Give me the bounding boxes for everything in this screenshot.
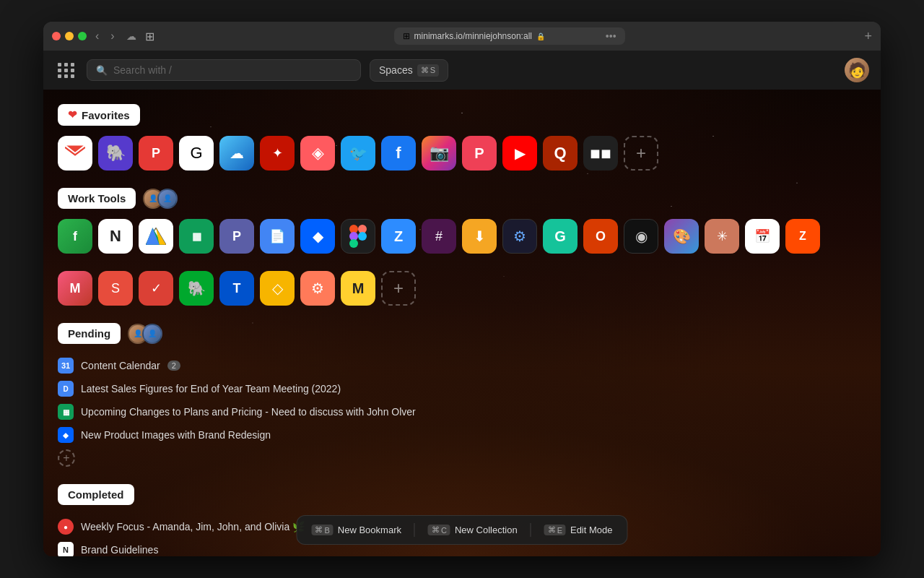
app-icon-wunderbucket[interactable]: ⚙ [502,219,537,254]
pending-item-2[interactable]: D Latest Sales Figures for End of Year T… [58,377,866,400]
app-icon-pcloud[interactable]: P [219,219,254,254]
pending-avatar-2: 👤 [142,324,162,344]
nav-forward-icon[interactable]: › [108,28,117,44]
spaces-button[interactable]: Spaces ⌘ S [370,59,448,82]
new-collection-button[interactable]: ⌘ C New Collection [419,520,526,540]
s-key: S [430,66,435,74]
app-icon-todoist[interactable]: ✓ [139,271,173,306]
app-icon-gdocs[interactable]: 📄 [260,219,295,254]
url-text: minimarks.io/minniejohnson:all [414,31,532,41]
toolbar: 🔍 Search with / Spaces ⌘ S 🧑 [43,51,881,90]
pending-item-3-icon: ▦ [58,404,74,420]
grid-apps-icon[interactable]: ⊞ [145,30,154,43]
app-icon-figma[interactable] [341,219,375,254]
app-icon-hubspot[interactable]: ⚙ [300,271,335,306]
work-tools-avatar-2: 👤 [157,189,178,209]
app-icon-gdrive[interactable] [139,219,173,254]
app-icon-evernote[interactable]: 🐘 [179,271,214,306]
app-icon-creativereview[interactable]: ◉ [624,219,658,254]
pending-label[interactable]: Pending [58,323,121,344]
pending-item-3[interactable]: ▦ Upcoming Changes to Plans and Pricing … [58,400,866,423]
app-icon-airbnb[interactable]: ◈ [300,136,335,171]
app-icon-downie[interactable]: ⬇ [462,219,497,254]
lock-icon: 🔒 [536,33,545,40]
bottom-toolbar: ⌘ B New Bookmark ⌘ C New Collection ⌘ E [296,515,627,545]
pending-item-4-icon: ◆ [58,427,74,443]
edit-mode-shortcut: ⌘ E [544,525,566,535]
app-icon-yelp[interactable]: ✦ [260,136,295,171]
app-icon-twitter[interactable]: 🐦 [341,136,375,171]
app-icon-letterboxd[interactable]: ◼◼ [583,136,618,171]
address-bar[interactable]: ⊞ minimarks.io/minniejohnson:all 🔒 ••• [394,27,625,45]
app-icon-miro[interactable]: M [341,271,375,306]
add-favorites-button[interactable]: + [624,136,658,171]
app-icon-superhuman[interactable]: S [98,271,133,306]
work-tools-row2: M S ✓ 🐘 T ◇ [58,271,866,306]
toolbar-divider-2 [531,523,531,537]
add-work-tools-button[interactable]: + [381,271,416,306]
app-icon-pocketnow[interactable]: P [139,136,173,171]
app-icon-paletter[interactable]: 🎨 [664,219,699,254]
traffic-light-green[interactable] [78,32,87,40]
app-icon-gsheets[interactable]: ▦ [179,219,214,254]
app-icon-zapier[interactable]: Z [785,219,820,254]
work-tools-text: Work Tools [68,192,126,204]
avatar[interactable]: 🧑 [845,58,869,82]
app-icon-feedly[interactable]: f [58,219,92,254]
app-icon-quora[interactable]: Q [543,136,578,171]
app-icon-notion[interactable]: N [98,219,133,254]
search-placeholder-text: Search with / [113,64,172,76]
pending-item-3-text: Upcoming Changes to Plans and Pricing - … [81,406,416,418]
app-icon-youtube[interactable]: ▶ [502,136,537,171]
new-tab-button[interactable]: + [864,29,872,44]
app-icon-trello[interactable]: T [219,271,254,306]
c-key: C [441,526,447,535]
pending-item-4[interactable]: ◆ New Product Images with Brand Redesign [58,423,866,447]
e-key: E [557,526,562,535]
work-tools-label[interactable]: Work Tools [58,188,136,209]
title-bar: ‹ › ☁ ⊞ ⊞ minimarks.io/minniejohnson:all… [43,22,881,51]
nav-back-icon[interactable]: ‹ [92,28,102,44]
app-icon-grammarly[interactable]: G [543,219,578,254]
address-menu-icon[interactable]: ••• [606,30,616,42]
app-icon-mastodon[interactable]: 🐘 [98,136,133,171]
app-icon-pocket[interactable]: P [462,136,497,171]
app-icon-gmail[interactable] [58,136,92,171]
app-icon-anthropic[interactable]: ✳ [705,219,739,254]
apps-grid-icon[interactable] [55,60,78,81]
svg-rect-7 [349,239,358,248]
app-icon-dropbox[interactable]: ◆ [300,219,335,254]
new-bookmark-button[interactable]: ⌘ B New Bookmark [302,520,409,540]
spaces-shortcut-badge: ⌘ S [417,64,439,77]
favorites-label[interactable]: ❤ Favorites [58,104,140,126]
new-collection-shortcut: ⌘ C [428,525,450,535]
app-icon-msoffice[interactable]: O [583,219,618,254]
completed-label[interactable]: Completed [58,484,134,505]
completed-header: Completed [58,484,866,505]
favorites-icons: 🐘 P G ☁ ✦ [58,136,866,171]
app-icon-slack[interactable]: # [422,219,456,254]
search-bar[interactable]: 🔍 Search with / [87,59,361,81]
edit-mode-label: Edit Mode [570,525,613,535]
app-icon-gcalendar[interactable]: 📅 [745,219,780,254]
edit-mode-button[interactable]: ⌘ E Edit Mode [536,520,622,540]
pending-avatars: 👤 👤 [128,324,162,344]
traffic-light-red[interactable] [52,32,61,40]
pending-item-1[interactable]: 31 Content Calendar 2 [58,354,866,377]
pending-item-4-text: New Product Images with Brand Redesign [81,429,271,441]
avatar-image: 🧑 [848,61,866,79]
cmd-symbol: ⌘ [421,66,429,75]
heart-icon: ❤ [68,108,77,121]
cloud-sync-icon: ☁ [126,30,136,42]
app-icon-monday[interactable]: M [58,271,92,306]
app-icon-sketch[interactable]: ◇ [260,271,295,306]
app-icon-icloud[interactable]: ☁ [219,136,254,171]
cmd-c-symbol: ⌘ [432,525,440,535]
add-pending-button[interactable]: + [58,449,75,467]
app-icon-zoom[interactable]: Z [381,219,416,254]
b-key: B [324,526,329,535]
traffic-light-yellow[interactable] [65,32,74,40]
app-icon-google[interactable]: G [179,136,214,171]
app-icon-facebook[interactable]: f [381,136,416,171]
app-icon-instagram[interactable]: 📷 [422,136,456,171]
